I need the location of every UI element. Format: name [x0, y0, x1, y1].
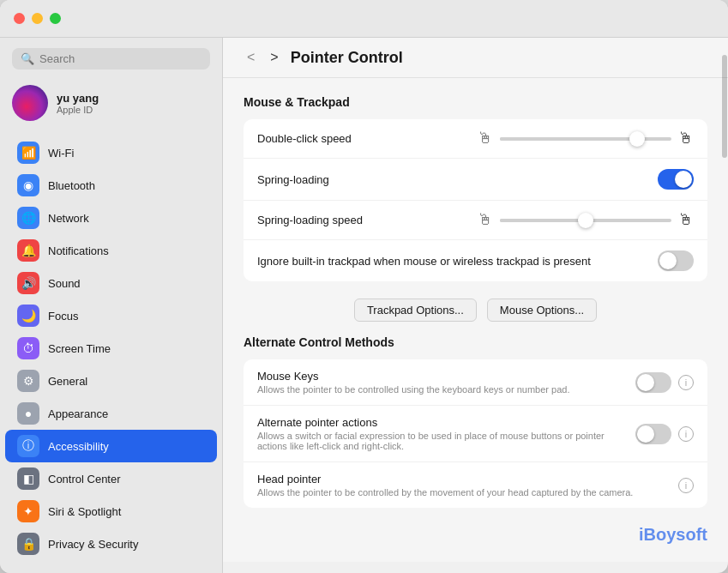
sidebar-item-network[interactable]: 🌐Network: [5, 202, 217, 234]
maximize-button[interactable]: [50, 13, 61, 24]
sidebar-item-label-focus: Focus: [48, 310, 78, 323]
setting-row-spring-loading-speed: Spring-loading speed🖱 🖱: [244, 201, 707, 240]
toggle-spring-loading[interactable]: [658, 169, 694, 190]
sidebar-item-wifi[interactable]: 📶Wi-Fi: [5, 136, 217, 169]
search-input[interactable]: [39, 52, 202, 65]
sidebar: 🔍 yu yang Apple ID 📶Wi-Fi◉Bluetooth🌐Netw…: [0, 38, 223, 573]
label-main-head-pointer: Head pointer: [257, 473, 671, 486]
setting-row-double-click-speed: Double-click speed🖱 🖱: [244, 119, 707, 159]
sidebar-item-controlcenter[interactable]: ◧Control Center: [5, 462, 217, 495]
slider-thumb-double-click-speed[interactable]: [629, 131, 645, 147]
label-head-pointer: Head pointerAllows the pointer to be con…: [257, 473, 671, 498]
panel-title: Pointer Control: [291, 49, 403, 67]
slider-track-double-click-speed[interactable]: [500, 137, 671, 141]
info-icon-alternate-pointer[interactable]: i: [678, 426, 694, 442]
sidebar-item-general[interactable]: ⚙General: [5, 365, 217, 397]
toggle-knob-mouse-keys: [637, 374, 654, 391]
sidebar-item-label-accessibility: Accessibility: [48, 440, 109, 453]
back-button[interactable]: <: [244, 48, 258, 67]
minimize-button[interactable]: [32, 13, 43, 24]
sidebar-item-sound[interactable]: 🔊Sound: [5, 267, 217, 299]
sidebar-item-label-general: General: [48, 375, 87, 388]
settings-card-0: Double-click speed🖱 🖱Spring-loadingSprin…: [244, 119, 707, 281]
slider-thumb-spring-loading-speed[interactable]: [578, 213, 593, 228]
slider-fill-double-click-speed: [500, 137, 637, 141]
setting-row-spring-loading: Spring-loading: [244, 159, 707, 201]
sidebar-item-accessibility[interactable]: ⓘAccessibility: [5, 430, 217, 462]
toggle-knob-spring-loading: [675, 171, 692, 188]
sidebar-item-label-bluetooth: Bluetooth: [48, 179, 95, 192]
sidebar-item-label-siri: Siri & Spotlight: [48, 505, 121, 518]
sound-icon: 🔊: [17, 272, 39, 294]
label-spring-loading: Spring-loading: [257, 173, 658, 186]
slider-container-spring-loading-speed[interactable]: 🖱 🖱: [478, 211, 694, 229]
label-sub-alternate-pointer: Allows a switch or facial expression to …: [257, 431, 635, 451]
sidebar-item-appearance[interactable]: ●Appearance: [5, 397, 217, 430]
sidebar-item-label-screentime: Screen Time: [48, 342, 111, 355]
settings-card-1: Mouse KeysAllows the pointer to be contr…: [244, 359, 707, 508]
info-icon-mouse-keys[interactable]: i: [678, 375, 694, 390]
sidebar-section: 📶Wi-Fi◉Bluetooth🌐Network🔔Notifications🔊S…: [0, 133, 222, 564]
panel-header: < > Pointer Control: [223, 38, 728, 78]
sidebar-item-label-appearance: Appearance: [48, 407, 108, 420]
sidebar-item-privacy[interactable]: 🔒Privacy & Security: [5, 528, 217, 560]
scrollbar[interactable]: [721, 38, 728, 573]
notifications-icon: 🔔: [17, 239, 39, 262]
siri-icon: ✦: [17, 500, 39, 522]
toggle-ignore-trackpad[interactable]: [658, 250, 694, 271]
label-ignore-trackpad: Ignore built-in trackpad when mouse or w…: [257, 255, 658, 268]
slider-large-icon: 🖱: [678, 130, 694, 148]
sidebar-item-label-controlcenter: Control Center: [48, 473, 121, 486]
toggle-knob-ignore-trackpad: [659, 252, 677, 269]
controlcenter-icon: ◧: [17, 467, 39, 490]
screentime-icon: ⏱: [17, 337, 39, 359]
label-sub-mouse-keys: Allows the pointer to be controlled usin…: [257, 384, 635, 395]
sidebar-item-bluetooth[interactable]: ◉Bluetooth: [5, 169, 217, 202]
info-icon-head-pointer[interactable]: i: [678, 478, 694, 493]
slider-small-icon: 🖱: [478, 211, 493, 229]
titlebar: [0, 0, 728, 38]
toggle-alternate-pointer[interactable]: [635, 424, 671, 444]
setting-row-head-pointer: Head pointerAllows the pointer to be con…: [244, 462, 707, 508]
sidebar-item-label-notifications: Notifications: [48, 244, 109, 257]
setting-row-alternate-pointer: Alternate pointer actionsAllows a switch…: [244, 406, 707, 462]
sidebar-item-focus[interactable]: 🌙Focus: [5, 299, 217, 332]
setting-row-ignore-trackpad: Ignore built-in trackpad when mouse or w…: [244, 240, 707, 281]
button-trackpad-options[interactable]: Trackpad Options...: [354, 299, 477, 322]
forward-button[interactable]: >: [267, 48, 281, 67]
sidebar-item-siri[interactable]: ✦Siri & Spotlight: [5, 495, 217, 528]
slider-fill-spring-loading-speed: [500, 219, 586, 222]
sidebar-item-notifications[interactable]: 🔔Notifications: [5, 234, 217, 267]
slider-track-spring-loading-speed[interactable]: [500, 219, 671, 222]
slider-container-double-click-speed[interactable]: 🖱 🖱: [478, 130, 694, 148]
section-title-0: Mouse & Trackpad: [244, 95, 707, 109]
user-profile[interactable]: yu yang Apple ID: [0, 76, 222, 133]
panel-content: Mouse & TrackpadDouble-click speed🖱 🖱Spr…: [223, 78, 728, 562]
sidebar-item-screentime[interactable]: ⏱Screen Time: [5, 332, 217, 365]
toggle-knob-alternate-pointer: [637, 425, 654, 443]
close-button[interactable]: [14, 13, 25, 24]
user-info: yu yang Apple ID: [57, 92, 99, 115]
button-mouse-options[interactable]: Mouse Options...: [487, 299, 597, 322]
appearance-icon: ●: [17, 402, 39, 425]
toggle-mouse-keys[interactable]: [635, 372, 671, 393]
search-bar[interactable]: 🔍: [12, 48, 210, 69]
label-main-mouse-keys: Mouse Keys: [257, 370, 635, 383]
setting-row-mouse-keys: Mouse KeysAllows the pointer to be contr…: [244, 359, 707, 406]
sidebar-item-label-sound: Sound: [48, 277, 81, 290]
focus-icon: 🌙: [17, 305, 39, 327]
privacy-icon: 🔒: [17, 533, 39, 555]
avatar: [12, 85, 48, 121]
scrollbar-thumb: [722, 55, 727, 158]
user-subtitle: Apple ID: [57, 105, 99, 115]
label-sub-head-pointer: Allows the pointer to be controlled by t…: [257, 487, 671, 498]
slider-small-icon: 🖱: [478, 130, 493, 148]
sidebar-item-label-privacy: Privacy & Security: [48, 538, 138, 551]
search-icon: 🔍: [21, 52, 34, 65]
label-mouse-keys: Mouse KeysAllows the pointer to be contr…: [257, 370, 635, 395]
sidebar-item-label-network: Network: [48, 212, 89, 225]
user-name: yu yang: [57, 92, 99, 105]
main-panel-wrapper: < > Pointer Control Mouse & TrackpadDoub…: [223, 38, 728, 573]
accessibility-icon: ⓘ: [17, 435, 39, 457]
network-icon: 🌐: [17, 207, 39, 229]
